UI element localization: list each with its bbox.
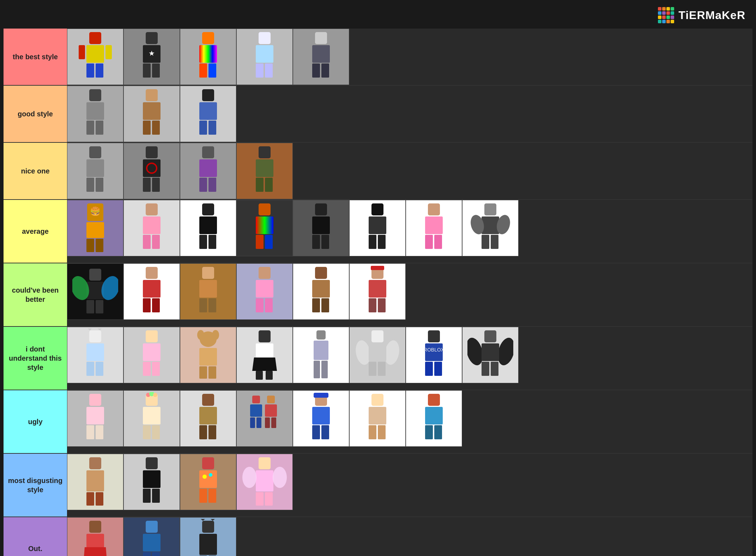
svg-rect-166 bbox=[152, 425, 160, 439]
svg-rect-43 bbox=[152, 178, 160, 192]
svg-rect-192 bbox=[89, 457, 101, 469]
tier-items-d bbox=[67, 263, 752, 326]
tier-item bbox=[123, 517, 180, 556]
svg-rect-133 bbox=[256, 371, 263, 380]
svg-rect-143 bbox=[369, 362, 376, 376]
tier-label-d: could've been better bbox=[4, 263, 67, 326]
svg-rect-48 bbox=[259, 146, 271, 158]
svg-rect-15 bbox=[259, 32, 271, 44]
logo-title: TiERMaKeR bbox=[678, 9, 745, 22]
svg-rect-98 bbox=[199, 280, 217, 298]
svg-rect-0 bbox=[89, 32, 101, 44]
tier-items-e: ROBLOX bbox=[67, 327, 752, 390]
svg-rect-46 bbox=[199, 178, 207, 192]
tier-item bbox=[180, 29, 236, 85]
svg-point-125 bbox=[197, 330, 204, 340]
svg-rect-58 bbox=[143, 216, 161, 234]
svg-rect-59 bbox=[143, 235, 151, 249]
svg-rect-134 bbox=[266, 371, 273, 380]
svg-rect-39 bbox=[146, 146, 158, 158]
svg-rect-74 bbox=[369, 216, 386, 234]
svg-rect-87 bbox=[89, 269, 101, 281]
svg-rect-86 bbox=[491, 235, 498, 249]
svg-rect-145 bbox=[428, 330, 440, 342]
svg-rect-12 bbox=[199, 45, 217, 63]
tier-item bbox=[123, 327, 180, 383]
svg-point-209 bbox=[273, 467, 287, 488]
svg-rect-44 bbox=[202, 146, 214, 158]
svg-rect-180 bbox=[314, 393, 328, 398]
svg-rect-45 bbox=[199, 159, 217, 177]
svg-rect-219 bbox=[143, 552, 151, 556]
svg-rect-5 bbox=[105, 45, 112, 59]
svg-rect-114 bbox=[89, 330, 101, 342]
svg-rect-4 bbox=[79, 45, 85, 59]
svg-rect-51 bbox=[265, 178, 273, 192]
svg-rect-77 bbox=[428, 203, 440, 215]
tier-row-b: nice one bbox=[4, 143, 752, 200]
svg-rect-101 bbox=[259, 267, 271, 279]
page-wrapper: TiERMaKeR the best style bbox=[0, 0, 756, 556]
tier-row-s: the best style bbox=[4, 29, 752, 86]
tier-row-e: i dont understand this style bbox=[4, 327, 752, 390]
svg-rect-95 bbox=[143, 298, 151, 312]
svg-rect-207 bbox=[256, 470, 273, 491]
svg-rect-80 bbox=[434, 235, 442, 249]
svg-rect-120 bbox=[146, 330, 158, 342]
svg-rect-76 bbox=[378, 235, 386, 249]
svg-rect-135 bbox=[316, 330, 326, 340]
svg-rect-28 bbox=[143, 102, 161, 120]
svg-rect-60 bbox=[152, 235, 160, 249]
svg-rect-82 bbox=[482, 216, 499, 234]
svg-rect-150 bbox=[484, 330, 496, 342]
svg-rect-29 bbox=[143, 121, 151, 135]
svg-rect-159 bbox=[96, 425, 103, 439]
svg-rect-153 bbox=[482, 343, 499, 361]
svg-rect-104 bbox=[265, 298, 273, 312]
svg-rect-185 bbox=[369, 407, 386, 424]
tier-item bbox=[293, 263, 349, 320]
tier-item bbox=[123, 143, 180, 199]
svg-rect-42 bbox=[143, 178, 151, 192]
tier-label-e: i dont understand this style bbox=[4, 327, 67, 390]
svg-rect-1 bbox=[86, 45, 104, 63]
logo-container: TiERMaKeR bbox=[658, 7, 745, 23]
svg-rect-70 bbox=[312, 216, 330, 234]
tier-row-g: most disgusting style bbox=[4, 454, 752, 517]
svg-rect-113 bbox=[378, 298, 386, 312]
svg-rect-21 bbox=[312, 63, 320, 78]
tier-item bbox=[293, 390, 349, 447]
svg-rect-172 bbox=[250, 404, 262, 417]
tier-items-out bbox=[67, 517, 752, 556]
tier-label-a: good style bbox=[4, 86, 67, 142]
svg-rect-123 bbox=[152, 362, 160, 376]
svg-rect-110 bbox=[369, 280, 386, 298]
svg-rect-161 bbox=[143, 407, 161, 424]
svg-rect-195 bbox=[96, 492, 103, 506]
tier-item bbox=[236, 327, 293, 383]
svg-marker-224 bbox=[211, 519, 215, 521]
tier-item bbox=[293, 29, 349, 85]
svg-rect-64 bbox=[208, 235, 216, 249]
tier-items-b bbox=[67, 143, 752, 199]
tier-item bbox=[180, 143, 236, 199]
tier-item bbox=[67, 454, 123, 510]
tier-item: ROBLOX bbox=[406, 327, 462, 383]
tier-row-c: average 🍔 bbox=[4, 200, 752, 263]
svg-rect-199 bbox=[152, 489, 160, 503]
svg-point-203 bbox=[209, 473, 212, 477]
svg-rect-122 bbox=[143, 362, 151, 376]
svg-rect-211 bbox=[265, 492, 273, 506]
tier-items-c: 🍔 bbox=[67, 200, 752, 263]
svg-rect-103 bbox=[256, 298, 264, 312]
tier-item bbox=[67, 29, 123, 85]
svg-text:ROBLOX: ROBLOX bbox=[424, 347, 444, 353]
svg-rect-131 bbox=[256, 343, 273, 358]
svg-rect-137 bbox=[314, 361, 320, 378]
svg-rect-128 bbox=[199, 366, 207, 379]
svg-rect-27 bbox=[146, 89, 158, 101]
svg-rect-200 bbox=[202, 457, 214, 469]
tier-label-c: average bbox=[4, 200, 67, 263]
tier-items-a bbox=[67, 86, 752, 142]
svg-rect-193 bbox=[86, 470, 104, 491]
